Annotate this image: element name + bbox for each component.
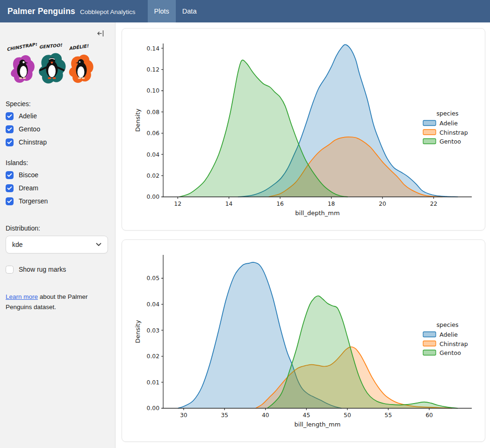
y-tick-label: 0.10 bbox=[147, 87, 159, 94]
adelie-caption: ADÉLIE! bbox=[69, 43, 89, 51]
app-brand: Palmer Penguins Cobblepot Analytics bbox=[0, 7, 144, 16]
navbar: Palmer Penguins Cobblepot Analytics Plot… bbox=[0, 0, 490, 22]
legend-swatch-adelie bbox=[423, 332, 436, 337]
y-axis-label: Density bbox=[134, 320, 141, 343]
learn-more-link[interactable]: Learn more bbox=[6, 293, 38, 300]
legend-label-adelie: Adelie bbox=[440, 331, 458, 338]
checkbox-label-adelie: Adelie bbox=[19, 112, 37, 120]
x-tick-label: 22 bbox=[430, 201, 438, 207]
checkbox-row-gentoo[interactable]: Gentoo bbox=[6, 123, 108, 136]
species-section-label: Species: bbox=[6, 100, 108, 108]
x-tick-label: 18 bbox=[328, 201, 335, 207]
checkbox-label-dream: Dream bbox=[19, 184, 38, 192]
legend-label-gentoo: Gentoo bbox=[440, 349, 461, 356]
y-tick-label: 0.02 bbox=[147, 353, 159, 360]
y-tick-label: 0.01 bbox=[147, 379, 159, 386]
x-tick-label: 16 bbox=[276, 201, 284, 207]
checkbox-rug[interactable] bbox=[6, 266, 14, 274]
checkbox-label-torgersen: Torgersen bbox=[19, 197, 48, 205]
y-axis-label: Density bbox=[134, 108, 141, 132]
x-tick-label: 14 bbox=[225, 201, 233, 207]
chevron-down-icon bbox=[96, 243, 101, 246]
checkbox-biscoe[interactable] bbox=[6, 171, 14, 179]
legend-label-chinstrap: Chinstrap bbox=[440, 340, 468, 347]
checkbox-row-chinstrap[interactable]: Chinstrap bbox=[6, 136, 108, 149]
kde-chart-bill_length_mm: 303540455055600.000.010.020.030.040.05bi… bbox=[122, 240, 485, 441]
y-tick-label: 0.03 bbox=[147, 327, 159, 334]
checkbox-label-chinstrap: Chinstrap bbox=[19, 138, 47, 146]
islands-section-label: Islands: bbox=[6, 159, 108, 166]
kde-plot-bill-length: 303540455055600.000.010.020.030.040.05bi… bbox=[122, 240, 485, 441]
main-content: 1214161820220.000.020.040.060.080.100.12… bbox=[115, 22, 490, 448]
checkbox-dream[interactable] bbox=[6, 184, 14, 192]
y-tick-label: 0.00 bbox=[147, 405, 159, 412]
penguins-artwork: CHINSTRAP! GENTOO! ADÉLIE! bbox=[6, 43, 98, 90]
x-tick-label: 55 bbox=[385, 412, 392, 419]
x-tick-label: 40 bbox=[262, 412, 269, 419]
sidebar-collapse-icon[interactable] bbox=[96, 29, 105, 37]
checkbox-row-biscoe[interactable]: Biscoe bbox=[6, 168, 108, 181]
plot-card-bill-depth: 1214161820220.000.020.040.060.080.100.12… bbox=[122, 28, 485, 231]
x-tick-label: 20 bbox=[379, 201, 386, 207]
dataset-note: Learn more about the Palmer Penguins dat… bbox=[6, 292, 100, 312]
x-tick-label: 35 bbox=[221, 412, 228, 419]
legend-label-adelie: Adelie bbox=[440, 120, 458, 127]
x-tick-label: 45 bbox=[303, 412, 310, 419]
gentoo-caption: GENTOO! bbox=[39, 43, 63, 50]
legend-swatch-gentoo bbox=[423, 139, 436, 144]
checkbox-row-dream[interactable]: Dream bbox=[6, 181, 108, 195]
x-axis-label: bill_depth_mm bbox=[295, 210, 339, 217]
y-tick-label: 0.04 bbox=[147, 301, 160, 308]
legend-swatch-gentoo bbox=[423, 350, 436, 355]
distribution-select[interactable]: kde bbox=[6, 236, 108, 253]
legend-title: species bbox=[436, 321, 458, 328]
y-tick-label: 0.14 bbox=[147, 45, 160, 52]
y-tick-label: 0.12 bbox=[147, 66, 159, 73]
app-title: Palmer Penguins bbox=[7, 7, 75, 16]
legend-swatch-adelie bbox=[423, 121, 436, 126]
legend-label-gentoo: Gentoo bbox=[440, 138, 461, 145]
distribution-section-label: Distribution: bbox=[6, 224, 108, 232]
legend-title: species bbox=[436, 110, 458, 117]
x-tick-label: 50 bbox=[344, 412, 351, 419]
legend-label-chinstrap: Chinstrap bbox=[440, 129, 468, 136]
checkbox-chinstrap[interactable] bbox=[6, 138, 14, 146]
y-tick-label: 0.02 bbox=[147, 173, 159, 179]
y-tick-label: 0.06 bbox=[147, 130, 160, 137]
checkbox-torgersen[interactable] bbox=[6, 197, 14, 205]
app-subtitle: Cobblepot Analytics bbox=[80, 8, 136, 15]
legend-swatch-chinstrap bbox=[423, 130, 436, 135]
tab-plots[interactable]: Plots bbox=[148, 0, 176, 22]
distribution-select-value: kde bbox=[12, 241, 23, 248]
checkbox-row-torgersen[interactable]: Torgersen bbox=[6, 195, 108, 208]
checkbox-label-rug: Show rug marks bbox=[19, 266, 66, 273]
y-tick-label: 0.05 bbox=[147, 275, 159, 282]
x-tick-label: 60 bbox=[425, 412, 433, 419]
y-tick-label: 0.04 bbox=[147, 152, 160, 158]
checkbox-gentoo[interactable] bbox=[6, 125, 14, 133]
checkbox-adelie[interactable] bbox=[6, 112, 14, 120]
x-tick-label: 12 bbox=[174, 201, 181, 207]
chinstrap-caption: CHINSTRAP! bbox=[6, 43, 37, 52]
page-layout: CHINSTRAP! GENTOO! ADÉLIE! Species: Adel… bbox=[0, 22, 490, 448]
x-tick-label: 30 bbox=[180, 412, 187, 419]
kde-plot-bill-depth: 1214161820220.000.020.040.060.080.100.12… bbox=[122, 29, 485, 230]
y-tick-label: 0.00 bbox=[147, 194, 159, 200]
checkbox-label-biscoe: Biscoe bbox=[19, 171, 38, 179]
x-axis-label: bill_length_mm bbox=[295, 421, 341, 428]
checkbox-row-rug[interactable]: Show rug marks bbox=[6, 263, 108, 276]
plot-card-bill-length: 303540455055600.000.010.020.030.040.05bi… bbox=[122, 239, 485, 442]
legend-swatch-chinstrap bbox=[423, 341, 436, 346]
checkbox-row-adelie[interactable]: Adelie bbox=[6, 109, 108, 123]
kde-chart-bill_depth_mm: 1214161820220.000.020.040.060.080.100.12… bbox=[122, 29, 485, 230]
tab-data[interactable]: Data bbox=[176, 0, 203, 22]
checkbox-label-gentoo: Gentoo bbox=[19, 125, 40, 133]
sidebar: CHINSTRAP! GENTOO! ADÉLIE! Species: Adel… bbox=[0, 22, 115, 448]
nav-tabs: Plots Data bbox=[148, 0, 203, 22]
y-tick-label: 0.08 bbox=[147, 109, 159, 116]
